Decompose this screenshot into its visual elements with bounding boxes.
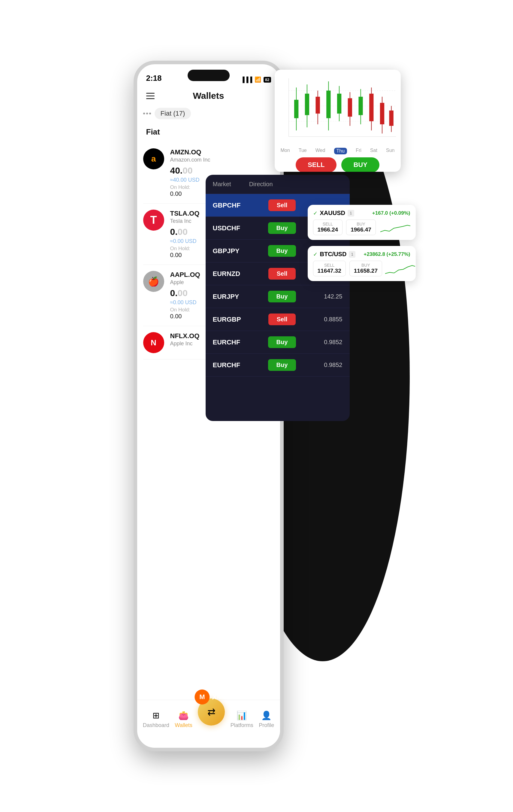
btcusd-prices: SELL 11647.32 BUY 11658.27 [313, 261, 383, 276]
xauusd-buy-box[interactable]: BUY 1966.47 [346, 220, 376, 235]
chart-buy-button[interactable]: BUY [341, 157, 379, 172]
svg-rect-12 [326, 91, 331, 118]
svg-rect-8 [305, 94, 309, 115]
xauusd-sell-price: 1966.24 [318, 226, 338, 233]
sell-btn-eurnzd[interactable]: Sell [268, 268, 296, 280]
price-eurchf-2: 0.9852 [312, 361, 342, 369]
menu-icon[interactable] [146, 93, 155, 99]
chart-popup: Mon Tue Wed Thu Fri Sat Sun SELL BUY [275, 70, 401, 172]
day-mon: Mon [281, 148, 290, 154]
xmr-icon: M [194, 690, 210, 704]
price-eurjpy: 142.25 [312, 293, 342, 300]
nflx-logo: N [143, 332, 164, 353]
fiat-section-title: Fiat [146, 127, 160, 137]
trading-row[interactable]: EURCHF Buy 0.9852 [206, 331, 350, 354]
xauusd-change: +167.0 (+0.09%) [372, 210, 410, 216]
xauusd-buy-price: 1966.47 [351, 226, 371, 233]
btcusd-change: +23862.8 (+25.77%) [363, 251, 410, 257]
day-fri: Fri [356, 148, 361, 154]
wifi-icon: 📶 [254, 76, 261, 83]
trading-row[interactable]: EURCHF Buy 0.9852 [206, 354, 350, 377]
btcusd-badge: 1 [349, 251, 355, 258]
chart-sell-button[interactable]: SELL [296, 157, 336, 172]
btcusd-buy-label: BUY [354, 263, 378, 267]
tsla-logo: T [143, 210, 164, 231]
buy-btn-eurchf-1[interactable]: Buy [268, 336, 296, 348]
buy-btn-eurchf-2[interactable]: Buy [268, 359, 296, 371]
pair-eurnzd: EURNZD [213, 270, 252, 278]
nav-wallets[interactable]: 👛 Wallets [175, 710, 192, 728]
btcusd-buy-box[interactable]: BUY 11658.27 [350, 261, 382, 276]
pair-gbpchf: GBPCHF [213, 202, 252, 209]
xauusd-prices: SELL 1966.24 BUY 1966.47 [313, 220, 376, 235]
svg-rect-10 [315, 97, 320, 114]
nav-trade[interactable]: M XMR ⇄ [198, 707, 225, 726]
dynamic-island [188, 70, 230, 81]
btcusd-sell-box[interactable]: SELL 11647.32 [313, 261, 346, 276]
amzn-amount: 40.00 [170, 166, 274, 176]
dashboard-label: Dashboard [143, 722, 169, 728]
nav-dashboard[interactable]: ⊞ Dashboard [143, 710, 169, 728]
svg-rect-24 [389, 111, 393, 126]
btcusd-check: ✓ [313, 251, 318, 258]
xauusd-buy-label: BUY [351, 222, 371, 226]
day-thu[interactable]: Thu [334, 148, 347, 154]
xauusd-text: XAUUSD [320, 210, 345, 216]
xauusd-check: ✓ [313, 210, 318, 216]
xmr-label: XMR [212, 693, 228, 701]
xauusd-card[interactable]: ✓ XAUUSD 1 +167.0 (+0.09%) SELL 1966.24 … [308, 205, 416, 240]
bottom-nav: ⊞ Dashboard 👛 Wallets M XMR ⇄ [137, 700, 280, 748]
col-direction: Direction [249, 181, 273, 188]
chart-buttons: SELL BUY [279, 157, 396, 172]
btcusd-header: ✓ BTC/USD 1 +23862.8 (+25.77%) [313, 251, 410, 258]
wallets-label: Wallets [175, 722, 192, 728]
dots-icon[interactable] [143, 113, 151, 114]
sell-btn-eurgbp[interactable]: Sell [268, 314, 296, 325]
nav-profile[interactable]: 👤 Profile [259, 710, 274, 728]
amzn-logo: a [143, 148, 164, 169]
btcusd-card[interactable]: ✓ BTC/USD 1 +23862.8 (+25.77%) SELL 1164… [308, 246, 416, 281]
fiat-tab[interactable]: Fiat (17) [155, 108, 191, 119]
pair-eurchf-1: EURCHF [213, 339, 252, 346]
platforms-label: Platforms [231, 722, 253, 728]
market-cards: ✓ XAUUSD 1 +167.0 (+0.09%) SELL 1966.24 … [308, 205, 416, 287]
btcusd-sell-label: SELL [318, 263, 341, 267]
battery-badge: 82 [264, 77, 271, 83]
xauusd-symbol: ✓ XAUUSD 1 [313, 210, 354, 216]
xauusd-sell-box[interactable]: SELL 1966.24 [313, 220, 343, 235]
profile-icon: 👤 [261, 710, 272, 720]
buy-btn-usdchf[interactable]: Buy [268, 222, 296, 234]
scene: 2:18 ▐▐▐ 📶 82 Wallets Fi [127, 31, 386, 781]
status-icons: ▐▐▐ 📶 82 [241, 76, 271, 83]
day-wed: Wed [315, 148, 325, 154]
buy-btn-gbpjpy[interactable]: Buy [268, 245, 296, 257]
candlestick-svg [279, 75, 396, 147]
amzn-name: Amazon.com Inc [170, 157, 274, 163]
svg-rect-6 [294, 100, 298, 118]
app-header: Wallets [137, 85, 280, 106]
svg-rect-18 [358, 97, 363, 115]
chart-area [279, 75, 396, 147]
price-eurchf-1: 0.9852 [312, 339, 342, 346]
btcusd-text: BTC/USD [320, 251, 347, 258]
page-title: Wallets [193, 91, 224, 101]
btcusd-sell-price: 11647.32 [318, 267, 341, 274]
nav-platforms[interactable]: 📊 Platforms [231, 710, 253, 728]
trading-row[interactable]: EURJPY Buy 142.25 [206, 285, 350, 308]
wallet-tabs: Fiat (17) [143, 108, 191, 119]
col-market: Market [213, 181, 231, 188]
buy-btn-eurjpy[interactable]: Buy [268, 291, 296, 302]
signal-icon: ▐▐▐ [241, 77, 252, 83]
pair-eurgbp: EURGBP [213, 316, 252, 323]
price-eurgbp: 0.8855 [312, 316, 342, 323]
amzn-symbol: AMZN.OQ [170, 148, 274, 156]
platforms-icon: 📊 [237, 710, 247, 720]
sell-btn-gbpchf[interactable]: Sell [268, 199, 296, 211]
trading-row[interactable]: EURGBP Sell 0.8855 [206, 308, 350, 331]
dashboard-icon: ⊞ [152, 710, 159, 720]
btcusd-buy-price: 11658.27 [354, 267, 378, 274]
wallet-icon: 👛 [178, 710, 189, 720]
pair-eurjpy: EURJPY [213, 293, 252, 300]
day-tue: Tue [299, 148, 307, 154]
xauusd-sparkline [379, 220, 410, 235]
